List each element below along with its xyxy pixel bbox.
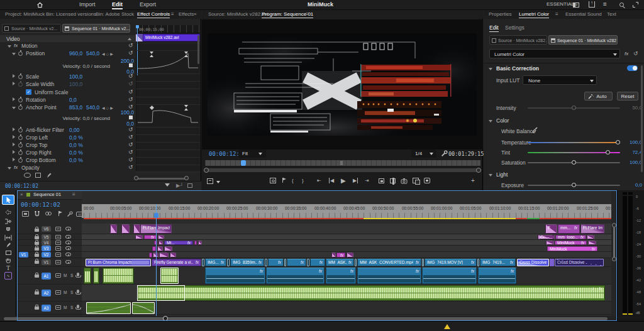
lock-icon[interactable]	[35, 274, 39, 278]
vscroll-handle-bottom[interactable]	[612, 257, 616, 261]
expander-opacity[interactable]	[8, 167, 11, 170]
stopwatch-icon[interactable]	[18, 143, 23, 148]
playhead-marker[interactable]	[154, 213, 158, 218]
keyframe-icon[interactable]	[184, 52, 189, 57]
track-target-a2[interactable]: A2	[42, 290, 51, 296]
clip-v6-thumb[interactable]	[110, 224, 117, 234]
source-patch-icon[interactable]	[55, 305, 61, 310]
keyframe-nav[interactable]: ◀◇▶	[102, 52, 114, 56]
reset-icon[interactable]: ↺	[128, 42, 133, 48]
tab-bin-adobe-stock[interactable]: Bin: Adobe Stock	[96, 11, 134, 17]
play-icon[interactable]: ▶	[341, 177, 346, 184]
source-patch-icon[interactable]	[55, 227, 61, 231]
play-around-icon[interactable]: ▶┘	[176, 183, 184, 188]
expander[interactable]	[13, 150, 15, 154]
pen-mask-icon[interactable]	[46, 172, 52, 178]
clip-v1-cross2[interactable]: Cross Dissolve	[555, 259, 604, 266]
basic-correction-toggle[interactable]	[627, 65, 638, 71]
type-tool[interactable]: T	[2, 263, 14, 272]
zoom-handle[interactable]	[184, 176, 189, 180]
expander[interactable]	[13, 135, 15, 139]
expander-basic-correction[interactable]	[489, 68, 492, 70]
clip-v6-thumb[interactable]	[133, 224, 140, 234]
monitor-scrollbar[interactable]	[205, 168, 480, 172]
tab-source-monitor[interactable]: Source: MiniMuck v282.avi	[208, 11, 269, 17]
timeline-hscrollbar[interactable]	[0, 316, 617, 321]
ec-motion-label[interactable]: Motion	[21, 43, 38, 49]
clip-v5-thumb[interactable]	[587, 235, 594, 239]
ec-scale-label[interactable]: Scale	[26, 73, 39, 80]
position-x-value[interactable]: 960,0	[69, 50, 82, 57]
clip-v4-minimuck[interactable]: MiniMuckfx	[555, 241, 587, 245]
clip-a1-audio[interactable]: fx	[422, 268, 477, 284]
velocity-toggle[interactable]	[129, 116, 133, 119]
clip-v1-converted[interactable]: MM_ASK_CONVERTED.mp4 [...fx	[357, 259, 421, 266]
tab-project[interactable]: Project: MiniMuck	[5, 11, 45, 17]
ripple-edit-tool[interactable]	[2, 217, 14, 225]
tab-overflow-chevron[interactable]: »	[194, 11, 196, 17]
scroll-handle-right[interactable]	[476, 168, 481, 173]
voiceover-mic-icon[interactable]	[77, 273, 79, 276]
expander-scale[interactable]	[13, 74, 15, 78]
tab-effects[interactable]: Effects	[179, 11, 194, 17]
tint-handle[interactable]	[606, 150, 610, 155]
stopwatch-icon[interactable]	[18, 52, 23, 56]
collapse-icon[interactable]	[128, 38, 131, 40]
saturation-handle[interactable]	[572, 160, 576, 165]
sequence-tab-label[interactable]: Sequence 01	[33, 192, 61, 197]
export-frame-icon[interactable]	[401, 178, 408, 184]
lock-icon[interactable]	[35, 236, 39, 239]
button-editor-icon[interactable]: +	[471, 177, 475, 184]
step-back-icon[interactable]: ◀	[329, 178, 334, 183]
saturation-slider[interactable]	[528, 162, 620, 163]
crop-left-value[interactable]: 0,0 %	[69, 134, 83, 141]
zoom-handle[interactable]	[134, 176, 138, 180]
reset-icon[interactable]: ↺	[128, 126, 133, 133]
tab-bin-licensed[interactable]: Bin: Licensed versions	[46, 11, 96, 17]
exposure-slider[interactable]	[528, 185, 620, 186]
track-target-v6[interactable]: V6	[42, 226, 51, 232]
ec-position-label[interactable]: Position	[26, 50, 45, 57]
clip-v5-small[interactable]: fx	[144, 235, 157, 239]
track-output-icon[interactable]	[65, 235, 71, 239]
uniform-scale-checkbox[interactable]	[26, 89, 31, 95]
track-output-icon[interactable]	[65, 227, 71, 231]
light-section-label[interactable]: Light	[496, 171, 508, 178]
clip-v5-cr[interactable]: Cr...	[538, 235, 555, 239]
workspaces-icon[interactable]	[573, 3, 579, 8]
selection-tool[interactable]	[2, 195, 14, 205]
reset-button[interactable]: Reset	[617, 92, 638, 100]
step-forward-icon[interactable]: ▶	[353, 178, 358, 183]
export-icon[interactable]	[187, 183, 192, 188]
lumetri-edit-tab[interactable]: Edit	[489, 24, 499, 32]
clip-v4-thumb[interactable]	[198, 241, 202, 245]
reset-icon[interactable]: ↺	[128, 73, 133, 79]
expander[interactable]	[13, 128, 15, 131]
playhead-line[interactable]	[156, 204, 157, 316]
fx-badge[interactable]: fx	[14, 165, 18, 170]
add-marker-icon[interactable]	[58, 211, 59, 216]
ec-crop-top-label[interactable]: Crop Top	[26, 142, 47, 148]
track-output-icon[interactable]	[65, 252, 71, 256]
stopwatch-icon[interactable]	[18, 151, 23, 155]
mute-button[interactable]: M	[64, 305, 67, 310]
clip-a2-music[interactable]: fx ♪	[137, 285, 605, 301]
tab-text[interactable]: Text	[607, 11, 616, 17]
fit-dropdown[interactable]: Fit	[238, 149, 266, 158]
panel-menu-icon[interactable]: ≡	[72, 192, 75, 197]
ec-footer-timecode[interactable]: 00:00:12:02	[5, 183, 38, 189]
clip-a1-green[interactable]	[93, 268, 99, 284]
clip-v1-img3[interactable]: IMG_7419.MOV [V]fx	[425, 259, 477, 266]
menu-edit[interactable]: Edit	[112, 1, 123, 9]
go-to-out-icon[interactable]: ⇥	[365, 178, 369, 183]
source-patch-icon[interactable]	[55, 252, 61, 257]
clip-a3-audio[interactable]	[86, 302, 131, 314]
transition-marker[interactable]	[284, 259, 286, 266]
clip-v2-thumb[interactable]	[170, 252, 176, 258]
antiflicker-value[interactable]: 0,00	[69, 127, 80, 133]
sequence-tab[interactable]: × Sequence 01 ≡	[17, 190, 82, 200]
scroll-handle-left[interactable]	[204, 168, 209, 173]
quick-export-icon[interactable]: ↑	[589, 1, 595, 8]
track-output-icon[interactable]	[65, 246, 71, 250]
transition-marker[interactable]	[265, 259, 267, 266]
